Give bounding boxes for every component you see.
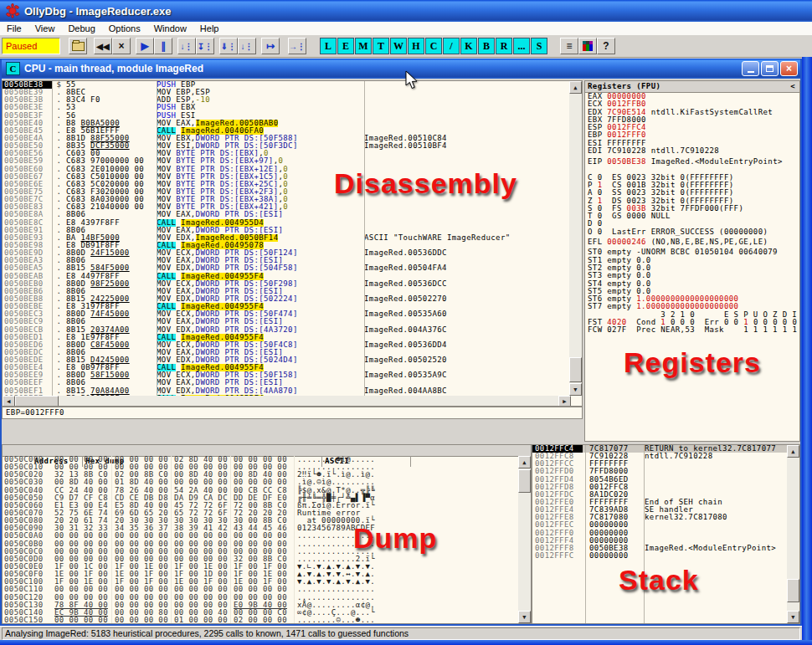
scroll-down-icon[interactable]: ▼	[787, 611, 799, 623]
scroll-thumb[interactable]	[518, 469, 531, 493]
scroll-right-icon[interactable]: ▶	[558, 396, 571, 407]
disasm-row[interactable]: 0050BEE9.8B0D 58F15000MOV ECX,DWORD PTR …	[3, 371, 571, 379]
pause-button[interactable]: ∥	[154, 38, 172, 54]
disasm-comment	[364, 196, 571, 203]
windows-list-button[interactable]	[578, 38, 597, 54]
disasm-row[interactable]: 0050BE9D.8B0D 24F15000MOV ECX,DWORD PTR …	[3, 249, 571, 257]
stack-comment	[640, 484, 789, 491]
disasm-comment	[364, 104, 571, 111]
stack-row[interactable]: 0012FFFC00000000	[532, 552, 789, 560]
disasm-row[interactable]: 0050BE3B.83C4 F0ADD ESP,-10	[3, 96, 571, 104]
dump-pane[interactable]: AddressHex dumpASCII 0050C00000 00 00 00…	[2, 444, 532, 624]
letter-button-R[interactable]: R	[496, 38, 512, 54]
menu-file[interactable]: File	[0, 22, 28, 35]
disasm-row[interactable]: 0050BEB0.8B0D 98F25000MOV ECX,DWORD PTR …	[3, 280, 571, 288]
disasm-row[interactable]: 0050BE83.C683 21040000 00MOV BYTE PTR DS…	[3, 203, 571, 211]
close-icon[interactable]: ×	[780, 61, 798, 76]
disasm-comment	[364, 96, 571, 104]
letter-button-slash[interactable]: /	[443, 38, 460, 54]
status-paused-badge: Paused	[2, 38, 60, 54]
cpu-titlebar[interactable]: C CPU - main thread, module ImageRed ×	[2, 59, 800, 79]
letter-button-dots[interactable]: ...	[513, 38, 530, 54]
letter-button-T[interactable]: T	[373, 38, 389, 54]
disasm-instruction: MOV BYTE PTR DS:[EBX+421],0	[157, 203, 364, 211]
scroll-up-icon[interactable]: ▲	[518, 456, 531, 468]
close-program-button[interactable]: ×	[112, 38, 131, 54]
toolbar: Paused ◀◀×▶∥↓⋮↧⋮⇓⋮↓⋮↦→⋮LEMTWHC/KBR...S≡?	[0, 35, 812, 58]
restore-button[interactable]	[761, 61, 779, 76]
menu-options[interactable]: Options	[102, 22, 147, 35]
scroll-thumb[interactable]	[569, 357, 582, 382]
disassembly-hscrollbar[interactable]: ◀ ▶	[3, 396, 571, 407]
trace-over-button[interactable]: ↓⋮	[238, 38, 256, 54]
letter-button-H[interactable]: H	[408, 38, 424, 54]
dump-row[interactable]: 0050C15000 00 00 0000 00 00 0001 00 00 0…	[3, 617, 520, 623]
menu-bar: FileViewDebugOptionsWindowHelp	[0, 22, 812, 36]
disasm-row[interactable]: 0050BE3E.53PUSH EBX	[3, 104, 571, 111]
letter-button-S[interactable]: S	[531, 38, 547, 54]
window-title: OllyDbg - ImageReducer.exe	[24, 5, 172, 18]
disasm-comment: ImageRed.00504FA4	[364, 264, 571, 272]
letter-button-B[interactable]: B	[478, 38, 495, 54]
go-to-address-button[interactable]: →⋮	[288, 38, 306, 54]
rewind-button[interactable]: ◀◀	[94, 38, 112, 54]
disasm-instruction: CALL ImageRed.004955F4	[157, 303, 364, 310]
stack-vscrollbar[interactable]: ▲ ▼	[787, 445, 799, 623]
menu-view[interactable]: View	[28, 22, 62, 35]
log-window-button[interactable]: ≡	[560, 38, 578, 54]
scroll-thumb[interactable]	[787, 579, 799, 602]
step-over-button[interactable]: ↧⋮	[196, 38, 214, 54]
disasm-row[interactable]: 0050BEC3.8B0D 74F45000MOV ECX,DWORD PTR …	[3, 310, 571, 318]
cpu-window-title: CPU - main thread, module ImageRed	[24, 63, 203, 74]
run-button[interactable]: ▶	[136, 38, 154, 54]
disasm-comment	[364, 334, 571, 341]
disasm-comment: ImageRed.00536DD4	[364, 341, 571, 349]
registers-pane[interactable]: Registers (FPU) < EAX 00000000 ECX 0012F…	[584, 80, 800, 442]
main-titlebar[interactable]: OllyDbg - ImageReducer.exe	[0, 0, 812, 22]
collapse-icon[interactable]: <	[790, 81, 799, 92]
disasm-row[interactable]: 0050BE38$55PUSH EBP	[3, 81, 571, 89]
dump-vscrollbar[interactable]: ▲ ▼	[518, 456, 531, 623]
disassembly-vscrollbar[interactable]: ▲ ▼	[569, 81, 582, 396]
menu-help[interactable]: Help	[193, 22, 226, 35]
scroll-up-icon[interactable]: ▲	[787, 445, 799, 458]
letter-button-E[interactable]: E	[337, 38, 354, 54]
stack-comment: SE handler	[640, 506, 789, 514]
scroll-down-icon[interactable]: ▼	[518, 611, 531, 623]
disasm-comment: ImageRed.00536DDC	[364, 249, 571, 257]
letter-button-M[interactable]: M	[355, 38, 372, 54]
execute-till-return-button[interactable]: ↦	[261, 38, 280, 54]
letter-button-C[interactable]: C	[425, 38, 442, 54]
scroll-left-icon[interactable]: ◀	[3, 396, 15, 407]
disasm-row[interactable]: 0050BED6.8B0D C8F45000MOV ECX,DWORD PTR …	[3, 341, 571, 349]
minimize-button[interactable]	[742, 61, 759, 76]
disasm-instruction: MOV ECX,DWORD PTR DS:[50F4C8]	[157, 341, 364, 349]
help-button[interactable]: ?	[597, 38, 615, 54]
menu-debug[interactable]: Debug	[61, 22, 101, 35]
disasm-comment	[364, 379, 571, 386]
dump-ascii: ........☺...☻...	[294, 617, 375, 623]
stack-comment	[640, 537, 789, 545]
step-into-button[interactable]: ↓⋮	[177, 38, 196, 54]
open-file-button[interactable]	[69, 38, 87, 54]
scroll-down-icon[interactable]: ▼	[569, 383, 582, 396]
disasm-comment	[364, 81, 571, 89]
scroll-up-icon[interactable]: ▲	[569, 81, 582, 94]
stack-value: 00000000	[583, 552, 640, 560]
letter-button-K[interactable]: K	[460, 38, 477, 54]
trace-into-button[interactable]: ⇓⋮	[219, 38, 238, 54]
letter-button-W[interactable]: W	[390, 38, 407, 54]
menu-window[interactable]: Window	[147, 22, 193, 35]
stack-comment	[640, 468, 789, 475]
disasm-row[interactable]: 0050BE8C.E8 4397F8FFCALL ImageRed.004955…	[3, 219, 571, 227]
scroll-thumb[interactable]	[15, 396, 59, 407]
stack-comment: RETURN to kernel32.7C817077	[640, 445, 789, 453]
disasm-instruction: MOV EAX,DWORD PTR DS:[ESI]	[157, 318, 364, 325]
disasm-instruction: MOV BYTE PTR DS:[EBX+25C],0	[157, 181, 364, 188]
flag-o: O 0 LastErr ERROR_SUCCESS (00000000)	[588, 228, 799, 236]
disassembly-pane[interactable]: 0050BE38$55PUSH EBP0050BE39.8BECMOV EBP,…	[2, 80, 583, 407]
disasm-instruction: MOV ESI,DWORD PTR DS:[50F3DC]	[157, 142, 364, 150]
flag-t: T 0 GS 0000 NULL	[588, 212, 799, 220]
stack-pane[interactable]: 0012FFC47C817077RETURN to kernel32.7C817…	[532, 444, 800, 624]
letter-button-L[interactable]: L	[320, 38, 337, 54]
